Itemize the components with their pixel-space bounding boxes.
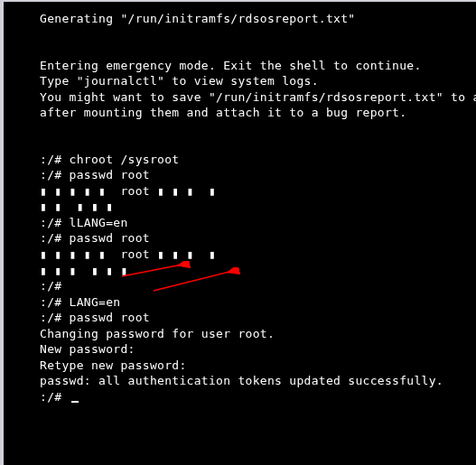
terminal-line: :/# LANG=en — [40, 294, 472, 311]
terminal-line: Retype new password: — [40, 358, 472, 374]
terminal-line: Changing password for user root. — [40, 326, 472, 342]
terminal-line: :/# passwd root — [40, 167, 472, 183]
terminal-line: You might want to save "/run/initramfs/r… — [40, 89, 472, 106]
terminal-line: :/# chroot /sysroot — [40, 152, 472, 168]
terminal-line — [40, 136, 472, 152]
cursor — [71, 401, 79, 403]
terminal-line: ▮ ▮ ▮ ▮ ▮ root ▮ ▮ ▮ ▮ — [40, 183, 472, 200]
terminal-line: New password: — [40, 341, 472, 358]
terminal-output[interactable]: Generating "/run/initramfs/rdsosreport.t… — [4, 2, 476, 465]
terminal-window: Generating "/run/initramfs/rdsosreport.t… — [0, 0, 476, 465]
terminal-line: :/# passwd root — [40, 230, 472, 246]
terminal-line: passwd: all authentication tokens update… — [40, 373, 472, 389]
terminal-line — [40, 42, 472, 58]
terminal-line: :/# — [40, 278, 472, 294]
terminal-line — [40, 27, 472, 42]
terminal-line: :/# passwd root — [40, 310, 472, 326]
terminal-line — [40, 121, 472, 136]
terminal-line: Generating "/run/initramfs/rdsosreport.t… — [40, 11, 472, 27]
terminal-line: Entering emergency mode. Exit the shell … — [40, 58, 472, 74]
terminal-line: Type "journalctl" to view system logs. — [40, 73, 472, 89]
terminal-line: ▮ ▮ ▮ ▮ ▮ root ▮ ▮ ▮ ▮ — [40, 246, 472, 263]
terminal-line: after mounting them and attach it to a b… — [40, 105, 472, 121]
terminal-line: :/# lLANG=en — [40, 215, 472, 231]
terminal-line: ▮ ▮ ▮ ▮ ▮ ▮ — [40, 263, 472, 279]
terminal-line: :/# — [40, 389, 472, 405]
terminal-line: ▮ ▮ ▮ ▮ ▮ — [40, 199, 472, 215]
